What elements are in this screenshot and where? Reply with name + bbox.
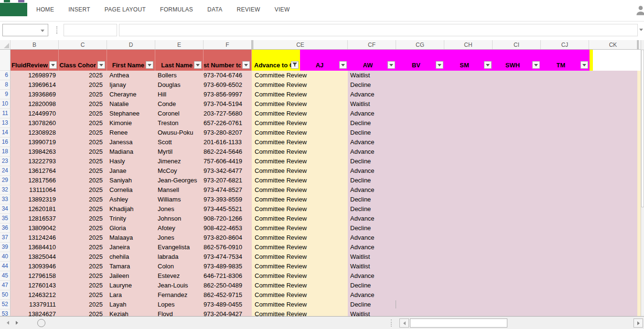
cell-fluidreview-id[interactable]: 13809042 <box>11 223 59 233</box>
cell-first-name[interactable]: Janae <box>107 166 155 176</box>
cell-phone[interactable]: 973-280-8207 <box>204 128 252 138</box>
ribbon-tab[interactable]: REVIEW <box>230 6 268 13</box>
cell-last-name[interactable]: Jones <box>155 233 204 243</box>
cell-decision[interactable]: Waitlist <box>348 99 396 109</box>
filter-header-cell[interactable]: st Number to <box>204 50 252 71</box>
cell-phone[interactable]: 757-606-4419 <box>204 157 252 166</box>
data-validation-dropdown[interactable] <box>396 300 396 308</box>
cell-fluidreview-id[interactable]: 13984263 <box>11 147 59 157</box>
row-number-3[interactable] <box>0 50 11 71</box>
cell-decision[interactable]: Waitlist <box>348 252 396 262</box>
row-number[interactable]: 14 <box>0 128 11 138</box>
horizontal-scrollbar[interactable] <box>398 317 644 329</box>
ribbon-tab[interactable]: HOME <box>29 6 61 13</box>
quick-access-icon-purple[interactable] <box>18 0 24 2</box>
cell-phone[interactable]: 203-727-5680 <box>204 109 252 118</box>
cell-phone[interactable]: 973-474-7534 <box>204 252 252 262</box>
cell-phone[interactable]: 657-226-0761 <box>204 118 252 128</box>
cell-review-status[interactable]: Committee Review <box>252 185 348 195</box>
cell-last-name[interactable]: Johnson <box>155 214 204 223</box>
cell-first-name[interactable]: Keziah <box>107 309 155 316</box>
cell-phone[interactable]: 973-609-6502 <box>204 80 252 90</box>
cell-decision[interactable]: Decline <box>348 281 396 290</box>
row-number[interactable]: 29 <box>0 176 11 185</box>
cell-class-cohort[interactable]: 2025 <box>59 195 107 204</box>
cell-first-name[interactable]: Ashley <box>107 195 155 204</box>
cell-class-cohort[interactable]: 2025 <box>59 157 107 166</box>
cell-last-name[interactable]: Bollers <box>155 71 204 80</box>
filter-header-cell[interactable]: AJ <box>300 50 348 71</box>
cell-fluidreview-id[interactable]: 13078260 <box>11 118 59 128</box>
cell-decision[interactable]: Advance <box>348 90 396 99</box>
row-number[interactable]: 9 <box>0 90 11 99</box>
filter-dropdown-button[interactable] <box>49 61 57 69</box>
cell-decision[interactable]: Waitlist <box>348 262 396 271</box>
cell-first-name[interactable]: Cherayne <box>107 90 155 99</box>
cell-review-status[interactable]: Committee Review <box>252 262 348 271</box>
column-header[interactable]: C <box>59 40 107 49</box>
row-number[interactable]: 11 <box>0 109 11 118</box>
cell-phone[interactable]: 973-445-5521 <box>204 204 252 214</box>
cell-fluidreview-id[interactable]: 12698979 <box>11 71 59 80</box>
cell-first-name[interactable]: Gloria <box>107 223 155 233</box>
empty-decision-cells[interactable] <box>396 109 637 118</box>
row-number[interactable]: 32 <box>0 185 11 195</box>
cell-first-name[interactable]: Kimonie <box>107 118 155 128</box>
cell-last-name[interactable]: Lopes <box>155 300 204 309</box>
cell-review-status[interactable]: Committee Review <box>252 195 348 204</box>
empty-decision-cells[interactable] <box>396 99 637 109</box>
column-header[interactable]: F <box>204 40 252 49</box>
cell-last-name[interactable]: Scott <box>155 138 204 147</box>
row-number[interactable]: 16 <box>0 138 11 147</box>
cell-fluidreview-id[interactable]: 13093946 <box>11 262 59 271</box>
cell-decision[interactable]: Advance <box>348 166 396 176</box>
user-avatar-icon[interactable] <box>634 4 644 18</box>
cell-fluidreview-id[interactable]: 12620181 <box>11 204 59 214</box>
filter-header-cell[interactable]: First Name <box>107 50 155 71</box>
cell-class-cohort[interactable]: 2025 <box>59 252 107 262</box>
cell-review-status[interactable]: Committee Review <box>252 281 348 290</box>
cell-first-name[interactable]: Layah <box>107 300 155 309</box>
quick-access-icon-green[interactable] <box>4 0 10 2</box>
column-header[interactable]: E <box>155 40 204 49</box>
cell-decision[interactable]: Decline <box>348 128 396 138</box>
filter-header-cell[interactable]: BV <box>397 50 445 71</box>
cell-decision[interactable]: Decline <box>348 80 396 90</box>
vertical-scrollbar[interactable] <box>641 40 644 316</box>
row-number[interactable]: 34 <box>0 204 11 214</box>
row-number[interactable]: 33 <box>0 195 11 204</box>
cell-class-cohort[interactable]: 2025 <box>59 71 107 80</box>
filter-header-cell[interactable]: AW <box>348 50 397 71</box>
cell-first-name[interactable]: Lara <box>107 290 155 300</box>
column-header[interactable]: CJ <box>541 40 589 49</box>
cell-class-cohort[interactable]: 2025 <box>59 90 107 99</box>
cell-last-name[interactable]: McCoy <box>155 166 204 176</box>
new-sheet-button[interactable] <box>37 319 45 327</box>
cell-phone[interactable]: 973-207-6821 <box>204 176 252 185</box>
cell-decision[interactable]: Waitlist <box>348 71 396 80</box>
cell-review-status[interactable]: Committee Review <box>252 290 348 300</box>
cell-review-status[interactable]: Committee Review <box>252 157 348 166</box>
filter-header-cell[interactable]: FluidReview <box>11 50 59 71</box>
cell-phone[interactable]: 973-204-9427 <box>204 309 252 316</box>
empty-decision-cells[interactable] <box>396 157 637 166</box>
cell-fluidreview-id[interactable]: 13111064 <box>11 185 59 195</box>
sheet-nav-right-icon[interactable] <box>16 321 18 325</box>
cell-class-cohort[interactable]: 2025 <box>59 118 107 128</box>
filter-dropdown-button[interactable] <box>242 61 250 69</box>
cell-fluidreview-id[interactable]: 12463212 <box>11 290 59 300</box>
row-number[interactable]: 44 <box>0 262 11 271</box>
cell-decision[interactable]: Advance <box>348 109 396 118</box>
cell-decision[interactable]: Waitlist <box>348 309 396 316</box>
ribbon-tab[interactable]: DATA <box>200 6 229 13</box>
cell-fluidreview-id[interactable]: 13222793 <box>11 157 59 166</box>
cell-class-cohort[interactable]: 2025 <box>59 290 107 300</box>
cell-class-cohort[interactable]: 2025 <box>59 99 107 109</box>
cell-fluidreview-id[interactable]: 13124246 <box>11 233 59 243</box>
cell-phone[interactable]: 973-489-0455 <box>204 300 252 309</box>
empty-decision-cells[interactable] <box>396 300 637 309</box>
cell-decision[interactable]: Decline <box>348 176 396 185</box>
cell-fluidreview-id[interactable]: 13379111 <box>11 300 59 309</box>
cell-first-name[interactable]: Ijanay <box>107 80 155 90</box>
column-header[interactable]: CK <box>589 40 637 49</box>
